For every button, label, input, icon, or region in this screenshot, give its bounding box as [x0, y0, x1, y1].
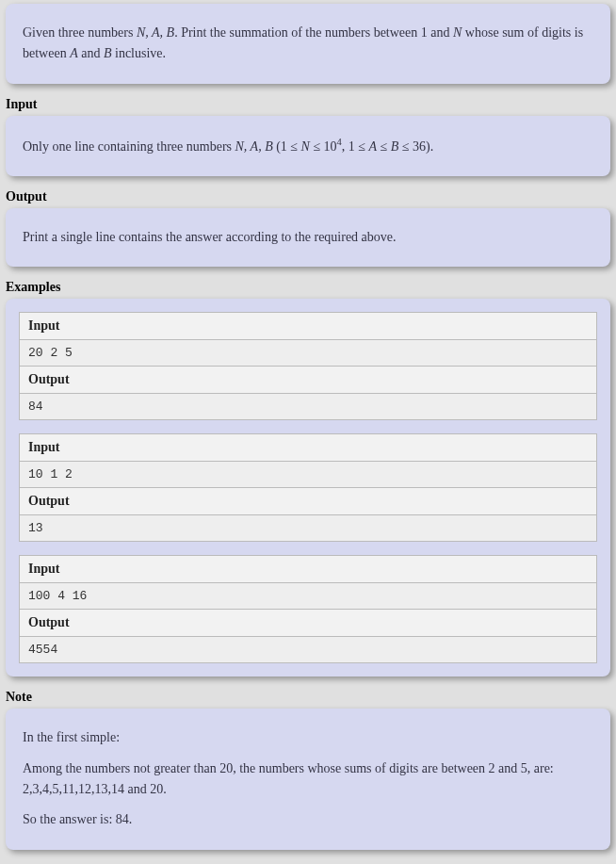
var-nab: N, A, B [137, 25, 174, 40]
example-input-label: Input [20, 434, 596, 462]
example-input-value: 100 4 16 [20, 583, 596, 610]
output-heading: Output [6, 189, 616, 204]
example-input-value: 10 1 2 [20, 462, 596, 488]
var-n: N [453, 25, 462, 40]
text-part: . Print the summation of the numbers bet… [174, 25, 453, 40]
text-part: Given three numbers [23, 25, 137, 40]
output-text: Print a single line contains the answer … [23, 227, 593, 248]
example-block: Input 20 2 5 Output 84 [19, 312, 597, 420]
var-n: N [301, 139, 310, 153]
input-text: Only one line containing three numbers N… [23, 135, 593, 157]
input-heading: Input [6, 97, 616, 112]
examples-panel: Input 20 2 5 Output 84 Input 10 1 2 Outp… [6, 299, 610, 677]
text-part: ≤ [377, 139, 391, 153]
var-a: A [70, 46, 78, 60]
note-heading: Note [6, 690, 616, 705]
example-input-value: 20 2 5 [20, 340, 596, 367]
example-input-label: Input [20, 556, 596, 583]
text-part: , 1 ≤ [342, 139, 369, 153]
example-output-value: 4554 [20, 637, 596, 662]
example-block: Input 10 1 2 Output 13 [19, 433, 597, 542]
var-nab: N, A, B [235, 139, 273, 153]
note-panel: In the first simple: Among the numbers n… [6, 709, 610, 850]
text-part: ≤ 10 [310, 139, 337, 153]
example-block: Input 100 4 16 Output 4554 [19, 555, 597, 663]
example-input-label: Input [20, 313, 596, 340]
text-part: inclusive. [112, 46, 167, 60]
note-line-2: Among the numbers not greater than 20, t… [23, 758, 593, 801]
var-b: B [104, 46, 112, 60]
example-output-label: Output [20, 610, 596, 637]
example-output-label: Output [20, 488, 596, 515]
input-panel: Only one line containing three numbers N… [6, 116, 610, 176]
examples-heading: Examples [6, 280, 616, 295]
output-panel: Print a single line contains the answer … [6, 208, 610, 267]
example-output-label: Output [20, 367, 596, 394]
note-line-1: In the first simple: [23, 727, 593, 748]
text-part: and [78, 46, 104, 60]
problem-statement-panel: Given three numbers N, A, B. Print the s… [6, 4, 610, 84]
text-part: Only one line containing three numbers [23, 139, 235, 153]
text-part: (1 ≤ [273, 139, 301, 153]
note-line-3: So the answer is: 84. [23, 809, 593, 830]
text-part: ≤ 36). [398, 139, 433, 153]
problem-statement-text: Given three numbers N, A, B. Print the s… [23, 23, 593, 65]
var-a: A [369, 139, 378, 153]
example-output-value: 84 [20, 394, 596, 419]
example-output-value: 13 [20, 515, 596, 541]
